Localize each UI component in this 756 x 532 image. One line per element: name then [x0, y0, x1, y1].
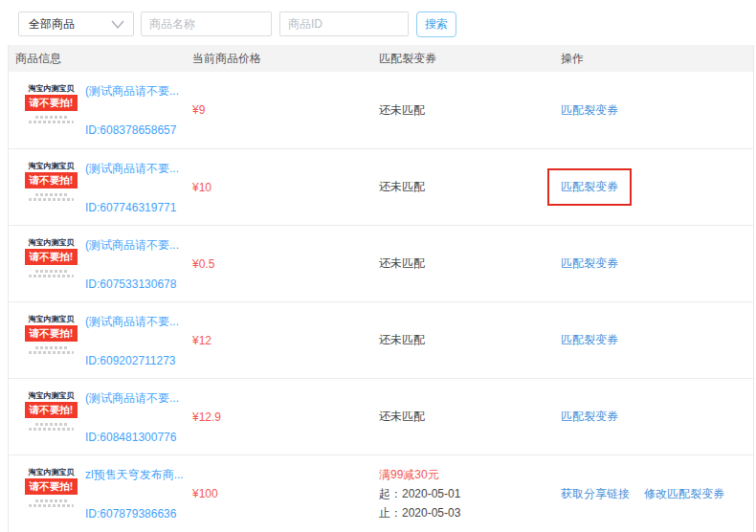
coupon-cell: 还未匹配 [372, 72, 554, 148]
product-id-link[interactable]: ID:607879386636 [85, 507, 176, 521]
action-link[interactable]: 修改匹配裂变券 [644, 486, 724, 502]
thumbnail-top-label: 淘宝内测宝贝 [25, 161, 78, 171]
table-row: 淘宝内测宝贝 请不要拍! (测试商品请不要... ID:608481300776… [9, 378, 753, 454]
product-title-link[interactable]: (测试商品请不要... [85, 390, 179, 407]
coupon-start-date: 起：2020-05-01 [379, 484, 554, 503]
product-title-link[interactable]: (测试商品请不要... [85, 83, 179, 100]
actions-cell: 匹配裂变券 [554, 72, 753, 148]
product-id-link[interactable]: ID:608378658657 [85, 123, 176, 137]
action-link[interactable]: 匹配裂变券 [561, 102, 618, 119]
coupon-cell: 还未匹配 [372, 149, 554, 225]
category-select[interactable]: 全部商品 [18, 11, 134, 36]
product-table: 商品信息 当前商品价格 匹配裂变券 操作 淘宝内测宝贝 请不要拍! (测试商品请… [8, 45, 754, 532]
header-actions: 操作 [554, 51, 753, 67]
actions-cell: 匹配裂变券 [554, 379, 753, 454]
product-title-link[interactable]: zl预售天穹发布商... [85, 467, 184, 483]
thumbnail-fine-print [25, 116, 78, 123]
thumbnail-top-label: 淘宝内测宝贝 [25, 314, 78, 324]
thumbnail-fine-print [25, 193, 78, 201]
table-row: 淘宝内测宝贝 请不要拍! zl预售天穹发布商... ID:60787938663… [9, 454, 753, 532]
actions-cell: 匹配裂变券 [554, 226, 753, 301]
product-thumbnail[interactable]: 淘宝内测宝贝 请不要拍! [25, 237, 78, 301]
thumbnail-fine-print [25, 423, 78, 431]
product-price: ¥9 [192, 103, 205, 117]
product-name-input[interactable] [141, 11, 272, 36]
product-coupon-match-page: 全部商品 搜索 商品信息 当前商品价格 匹配裂变券 操作 淘宝内测宝贝 请不要拍… [0, 0, 756, 532]
product-price: ¥100 [192, 487, 218, 500]
chevron-down-icon [111, 20, 124, 29]
header-product-info: 商品信息 [9, 51, 189, 67]
action-link[interactable]: 匹配裂变券 [561, 255, 618, 272]
thumbnail-banner-label: 请不要拍! [25, 402, 78, 418]
actions-cell: 匹配裂变券 [554, 149, 753, 225]
coupon-end-date: 止：2020-05-03 [379, 503, 554, 522]
header-matched-coupon: 匹配裂变券 [372, 51, 554, 67]
product-thumbnail[interactable]: 淘宝内测宝贝 请不要拍! [25, 314, 78, 378]
coupon-cell: 还未匹配 [372, 379, 554, 454]
thumbnail-fine-print [25, 346, 78, 354]
match-status-label: 还未匹配 [379, 255, 554, 272]
coupon-cell: 满99减30元起：2020-05-01止：2020-05-03 [372, 455, 554, 532]
product-title-link[interactable]: (测试商品请不要... [85, 237, 179, 254]
match-status-label: 还未匹配 [379, 179, 554, 195]
thumbnail-banner-label: 请不要拍! [25, 249, 78, 265]
thumbnail-fine-print [25, 270, 78, 277]
table-header-row: 商品信息 当前商品价格 匹配裂变券 操作 [9, 45, 753, 72]
product-price: ¥12 [192, 334, 211, 347]
table-row: 淘宝内测宝贝 请不要拍! (测试商品请不要... ID:608378658657… [9, 72, 753, 148]
thumbnail-banner-label: 请不要拍! [25, 478, 78, 495]
product-thumbnail[interactable]: 淘宝内测宝贝 请不要拍! [25, 161, 78, 225]
coupon-cell: 还未匹配 [372, 226, 554, 301]
table-row: 淘宝内测宝贝 请不要拍! (测试商品请不要... ID:607746319771… [9, 148, 753, 225]
actions-cell: 获取分享链接修改匹配裂变券 [554, 455, 753, 532]
product-price: ¥0.5 [192, 257, 214, 271]
coupon-name-label: 满99减30元 [379, 465, 554, 484]
product-id-link[interactable]: ID:607533130678 [85, 277, 176, 291]
action-link[interactable]: 匹配裂变券 [561, 180, 618, 193]
thumbnail-top-label: 淘宝内测宝贝 [25, 237, 78, 248]
thumbnail-top-label: 淘宝内测宝贝 [25, 83, 78, 94]
action-link[interactable]: 获取分享链接 [561, 486, 630, 502]
search-button[interactable]: 搜索 [416, 11, 456, 37]
product-thumbnail[interactable]: 淘宝内测宝贝 请不要拍! [25, 83, 78, 148]
action-link[interactable]: 匹配裂变券 [561, 409, 618, 425]
product-price: ¥12.9 [192, 410, 221, 424]
thumbnail-fine-print [25, 499, 78, 507]
table-body: 淘宝内测宝贝 请不要拍! (测试商品请不要... ID:608378658657… [9, 72, 753, 532]
action-link[interactable]: 匹配裂变券 [561, 332, 618, 348]
product-id-link[interactable]: ID:608481300776 [85, 431, 176, 444]
thumbnail-banner-label: 请不要拍! [25, 325, 78, 342]
match-status-label: 还未匹配 [379, 332, 554, 348]
actions-cell: 匹配裂变券 [554, 302, 753, 378]
match-status-label: 还未匹配 [379, 409, 554, 425]
product-id-input[interactable] [279, 11, 409, 36]
product-title-link[interactable]: (测试商品请不要... [85, 314, 179, 330]
thumbnail-top-label: 淘宝内测宝贝 [25, 390, 78, 401]
table-row: 淘宝内测宝贝 请不要拍! (测试商品请不要... ID:609202711273… [9, 301, 753, 378]
coupon-cell: 还未匹配 [372, 302, 554, 378]
filter-bar: 全部商品 搜索 [0, 0, 756, 45]
thumbnail-banner-label: 请不要拍! [25, 95, 78, 111]
product-thumbnail[interactable]: 淘宝内测宝贝 请不要拍! [25, 467, 78, 532]
product-id-link[interactable]: ID:607746319771 [85, 201, 176, 214]
highlight-annotation-box: 匹配裂变券 [547, 168, 632, 206]
product-thumbnail[interactable]: 淘宝内测宝贝 请不要拍! [25, 390, 78, 454]
category-select-value: 全部商品 [29, 16, 75, 33]
table-row: 淘宝内测宝贝 请不要拍! (测试商品请不要... ID:607533130678… [9, 225, 753, 301]
match-status-label: 还未匹配 [379, 102, 554, 119]
product-price: ¥10 [192, 181, 211, 194]
product-title-link[interactable]: (测试商品请不要... [85, 161, 179, 177]
thumbnail-top-label: 淘宝内测宝贝 [25, 467, 78, 477]
thumbnail-banner-label: 请不要拍! [25, 172, 78, 188]
product-id-link[interactable]: ID:609202711273 [85, 354, 176, 367]
header-current-price: 当前商品价格 [189, 51, 372, 67]
